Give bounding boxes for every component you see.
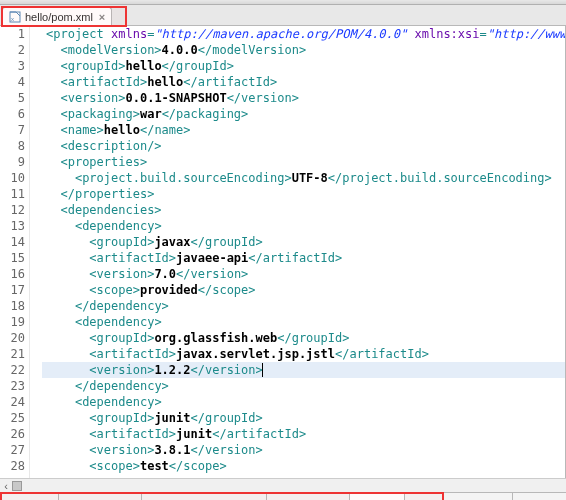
line-number: 12	[0, 202, 25, 218]
line-number: 8	[0, 138, 25, 154]
code-line[interactable]: </dependency>	[42, 378, 565, 394]
line-number: 9	[0, 154, 25, 170]
line-number: 24	[0, 394, 25, 410]
code-line[interactable]: </properties>	[42, 186, 565, 202]
line-number-gutter: 1234567891011121314151617181920212223242…	[0, 26, 30, 478]
line-number: 11	[0, 186, 25, 202]
code-line[interactable]: <properties>	[42, 154, 565, 170]
horizontal-scrollbar[interactable]: ‹	[0, 478, 566, 492]
bottom-tab-dependency-hierarchy[interactable]: Dependency Hierarchy	[142, 493, 267, 500]
code-line[interactable]: <scope>provided</scope>	[42, 282, 565, 298]
code-line[interactable]: <description/>	[42, 138, 565, 154]
xml-editor[interactable]: 1234567891011121314151617181920212223242…	[0, 26, 566, 478]
code-line[interactable]: <artifactId>javax.servlet.jsp.jstl</arti…	[42, 346, 565, 362]
code-line[interactable]: <version>7.0</version>	[42, 266, 565, 282]
code-line[interactable]: <artifactId>junit</artifactId>	[42, 426, 565, 442]
code-line[interactable]: <project.build.sourceEncoding>UTF-8</pro…	[42, 170, 565, 186]
editor-tab-pom[interactable]: x hello/pom.xml ×	[2, 7, 112, 26]
line-number: 14	[0, 234, 25, 250]
code-line[interactable]: <dependencies>	[42, 202, 565, 218]
code-line[interactable]: <groupId>org.glassfish.web</groupId>	[42, 330, 565, 346]
code-line[interactable]: <artifactId>hello</artifactId>	[42, 74, 565, 90]
code-line[interactable]: <dependency>	[42, 314, 565, 330]
bottom-tab-dependencies[interactable]: Dependencies	[59, 493, 142, 500]
code-content[interactable]: <project xmlns="http://maven.apache.org/…	[42, 26, 565, 478]
code-line[interactable]: <packaging>war</packaging>	[42, 106, 565, 122]
bottom-tab-effective-pom[interactable]: Effective POM	[267, 493, 350, 500]
editor-tab-bar: x hello/pom.xml ×	[0, 5, 566, 26]
line-number: 1	[0, 26, 25, 42]
code-line[interactable]: <dependency>	[42, 394, 565, 410]
line-number: 22	[0, 362, 25, 378]
line-number: 26	[0, 426, 25, 442]
bottom-tab-dependency-graph[interactable]: Dependency Graph	[405, 493, 513, 500]
line-number: 3	[0, 58, 25, 74]
code-line[interactable]: </dependency>	[42, 298, 565, 314]
line-number: 5	[0, 90, 25, 106]
line-number: 4	[0, 74, 25, 90]
xml-file-icon: x	[9, 11, 21, 23]
line-number: 23	[0, 378, 25, 394]
scrollbar-thumb[interactable]	[12, 481, 22, 491]
line-number: 16	[0, 266, 25, 282]
code-line[interactable]: <scope>test</scope>	[42, 458, 565, 474]
code-line[interactable]: <version>0.0.1-SNAPSHOT</version>	[42, 90, 565, 106]
code-line[interactable]: <groupId>javax</groupId>	[42, 234, 565, 250]
code-line[interactable]: <name>hello</name>	[42, 122, 565, 138]
line-number: 2	[0, 42, 25, 58]
line-number: 21	[0, 346, 25, 362]
line-number: 19	[0, 314, 25, 330]
line-number: 25	[0, 410, 25, 426]
code-line[interactable]: <version>1.2.2</version>	[42, 362, 565, 378]
line-number: 18	[0, 298, 25, 314]
line-number: 6	[0, 106, 25, 122]
editor-tab-label: hello/pom.xml	[25, 11, 93, 23]
line-number: 15	[0, 250, 25, 266]
scroll-left-arrow-icon[interactable]: ‹	[0, 479, 12, 493]
svg-text:x: x	[11, 16, 14, 22]
bottom-tab-overview[interactable]: Overview	[0, 493, 59, 500]
line-number: 10	[0, 170, 25, 186]
editor-bottom-tabs: OverviewDependenciesDependency Hierarchy…	[0, 492, 566, 500]
close-icon[interactable]: ×	[99, 11, 105, 23]
code-line[interactable]: <project xmlns="http://maven.apache.org/…	[42, 26, 565, 42]
line-number: 27	[0, 442, 25, 458]
line-number: 20	[0, 330, 25, 346]
line-number: 17	[0, 282, 25, 298]
code-line[interactable]: <modelVersion>4.0.0</modelVersion>	[42, 42, 565, 58]
code-line[interactable]: <dependency>	[42, 218, 565, 234]
line-number: 28	[0, 458, 25, 474]
code-line[interactable]: <artifactId>javaee-api</artifactId>	[42, 250, 565, 266]
code-line[interactable]: <groupId>junit</groupId>	[42, 410, 565, 426]
fold-bar	[30, 26, 42, 478]
bottom-tab-pom-xml[interactable]: pom.xml	[350, 493, 405, 500]
code-line[interactable]: <groupId>hello</groupId>	[42, 58, 565, 74]
line-number: 13	[0, 218, 25, 234]
line-number: 7	[0, 122, 25, 138]
code-line[interactable]: <version>3.8.1</version>	[42, 442, 565, 458]
